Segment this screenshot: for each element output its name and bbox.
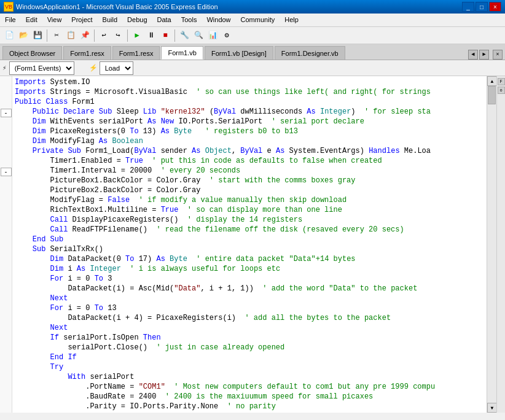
code-line-2: Imports Strings = Microsoft.VisualBasic … [15, 87, 484, 97]
code-line-28: DataPacket(i + 4) = PicaxeRegisters(i) '… [15, 313, 484, 323]
menu-view[interactable]: View [42, 15, 67, 25]
scroll-track[interactable] [487, 86, 496, 403]
code-line-8: Dim ModifyFlag As Boolean [15, 136, 484, 146]
tab-form1-vb[interactable]: Form1.vb [161, 46, 203, 60]
form-events-dropdown[interactable]: (Form1 Events) [9, 61, 74, 75]
tab-object-browser[interactable]: Object Browser [2, 46, 62, 60]
separator-2 [94, 29, 95, 42]
menu-data[interactable]: Data [152, 15, 176, 25]
new-button[interactable]: 📄 [2, 29, 16, 42]
menu-debug[interactable]: Debug [122, 15, 152, 25]
code-line-22: Dim DataPacket(0 To 17) As Byte ' entire… [15, 254, 484, 264]
maximize-button[interactable]: □ [476, 2, 488, 12]
code-line-23: Dim i As Integer ' i is always useful fo… [15, 264, 484, 274]
menu-help[interactable]: Help [280, 15, 303, 25]
tab-scroll-right[interactable]: ► [479, 50, 489, 60]
code-line-16: RichTextBox1.Multiline = True ' so can d… [15, 205, 484, 215]
paste-button[interactable]: 📌 [78, 29, 92, 42]
code-line-11: Timer1.Enabled = True ' put this in code… [15, 156, 484, 166]
code-line-36: .BaudRate = 2400 ' 2400 is the maxiuumum… [15, 392, 484, 402]
cut-button[interactable]: ✂ [50, 29, 63, 42]
right-panel-item-1[interactable]: F [498, 78, 505, 85]
code-line-27: For i = 0 To 13 [15, 303, 484, 313]
code-gutter: - - [0, 76, 12, 413]
load-section: ⚡ Load [89, 61, 133, 75]
toolbar-btn-6[interactable]: 🔍 [192, 29, 205, 42]
tab-controls[interactable]: ◄ ► × [468, 50, 503, 60]
save-button[interactable]: 💾 [31, 29, 44, 42]
code-line-24: For i = 0 To 3 [15, 274, 484, 284]
code-line-10: Private Sub Form1_Load(ByVal sender As O… [15, 146, 484, 156]
code-line-25: DataPacket(i) = Asc(Mid("Data", i + 1, 1… [15, 284, 484, 294]
code-line-34: With serialPort [15, 372, 484, 382]
code-line-33: Try [15, 362, 484, 372]
tab-form1-resx-2[interactable]: Form1.resx [112, 46, 160, 60]
stop-button[interactable]: ■ [159, 29, 172, 42]
code-line-32: End If [15, 352, 484, 362]
code-line-19: End Sub [15, 235, 484, 244]
code-line-7: Dim PicaxeRegisters(0 To 13) As Byte ' r… [15, 126, 484, 136]
method-dropdown[interactable]: Load [100, 61, 133, 75]
copy-button[interactable]: 📋 [64, 29, 77, 42]
collapse-class[interactable]: - [1, 109, 12, 117]
code-line-31: serialPort.Close() ' just in case alread… [15, 343, 484, 352]
window-title: WindowsApplication1 - Microsoft Visual B… [16, 3, 218, 10]
separator-4 [174, 29, 175, 42]
menu-community[interactable]: Community [236, 15, 280, 25]
menu-build[interactable]: Build [98, 15, 122, 25]
separator-3 [127, 29, 128, 42]
scroll-thumb[interactable] [488, 86, 496, 104]
right-panel-item-2[interactable]: o [498, 87, 505, 94]
code-line-37: .Parity = IO.Ports.Parity.None ' no pari… [15, 402, 484, 411]
right-panel: F o [496, 76, 505, 413]
collapse-sub[interactable]: - [1, 168, 12, 176]
code-line-35: .PortName = "COM1" ' Most new computers … [15, 382, 484, 392]
code-line-6: Dim WithEvents serialPort As New IO.Port… [15, 117, 484, 126]
code-line-15: ModifyFlag = False ' if modify a value m… [15, 195, 484, 205]
vertical-scrollbar[interactable]: ▲ ▼ [487, 76, 496, 413]
toolbar-btn-8[interactable]: ⚙ [220, 29, 233, 42]
toolbar-btn-5[interactable]: 🔧 [178, 29, 191, 42]
close-button[interactable]: × [489, 2, 501, 12]
tab-close-btn[interactable]: × [493, 50, 503, 60]
pause-button[interactable]: ⏸ [144, 29, 158, 42]
minimize-button[interactable]: _ [462, 2, 474, 12]
code-line-5: Public Declare Sub Sleep Lib "kernel32" … [15, 107, 484, 117]
code-line-13: PictureBox1.BackColor = Color.Gray ' sta… [15, 176, 484, 185]
code-line-21: Sub SerialTxRx() [15, 244, 484, 254]
undo-button[interactable]: ↩ [97, 29, 111, 42]
menu-file[interactable]: File [0, 15, 21, 25]
separator-1 [47, 29, 47, 42]
tab-scroll-left[interactable]: ◄ [468, 50, 478, 60]
title-bar: VB WindowsApplication1 - Microsoft Visua… [0, 0, 505, 14]
menu-project[interactable]: Project [66, 15, 97, 25]
code-line-29: Next [15, 323, 484, 333]
open-button[interactable]: 📂 [17, 29, 30, 42]
window-controls[interactable]: _ □ × [462, 2, 501, 12]
code-line-1: Imports System.IO [15, 77, 484, 87]
start-button[interactable]: ▶ [130, 29, 144, 42]
scroll-up-button[interactable]: ▲ [487, 76, 497, 86]
code-line-18: Call ReadFTPFilename() ' read the filena… [15, 225, 484, 235]
code-content[interactable]: Imports System.IO Imports Strings = Micr… [12, 76, 487, 413]
redo-button[interactable]: ↪ [111, 29, 125, 42]
code-editor: - - Imports System.IO Imports Strings = … [0, 76, 505, 413]
dropdown-bar: ⚡ (Form1 Events) ⚡ Load [0, 60, 505, 76]
scroll-down-button[interactable]: ▼ [487, 403, 497, 413]
app-icon: VB [4, 2, 14, 12]
menu-edit[interactable]: Edit [21, 15, 42, 25]
toolbar-btn-7[interactable]: 📊 [206, 29, 219, 42]
tab-bar: Object Browser Form1.resx Form1.resx For… [0, 44, 505, 60]
menu-tools[interactable]: Tools [176, 15, 202, 25]
tab-form1-resx-1[interactable]: Form1.resx [63, 46, 111, 60]
form-events-icon: ⚡ [2, 64, 7, 72]
menu-bar: File Edit View Project Build Debug Data … [0, 14, 505, 27]
tab-form1-designer-vb[interactable]: Form1.Designer.vb [275, 46, 345, 60]
code-line-12: Timer1.Interval = 20000 ' every 20 secon… [15, 166, 484, 176]
load-icon: ⚡ [89, 64, 98, 72]
tab-form1-vb-design[interactable]: Form1.vb [Design] [205, 46, 273, 60]
menu-window[interactable]: Window [202, 15, 235, 25]
code-line-26: Next [15, 294, 484, 303]
code-line-14: PictureBox2.BackColor = Color.Gray [15, 185, 484, 195]
code-line-30: If serialPort.IsOpen Then [15, 333, 484, 343]
